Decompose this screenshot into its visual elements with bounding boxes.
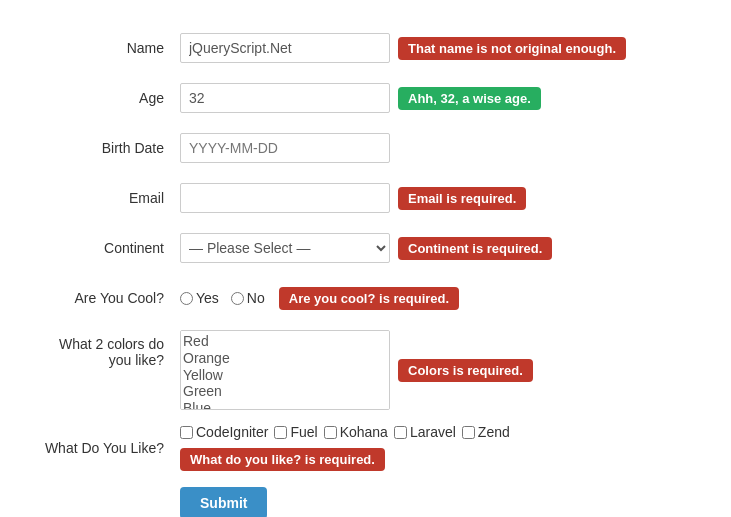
like-checkbox-group: CodeIgniter Fuel Kohana Laravel Zend — [180, 424, 510, 440]
like-codeigniter-label: CodeIgniter — [196, 424, 268, 440]
like-zend-checkbox[interactable] — [462, 426, 475, 439]
birthdate-label: Birth Date — [40, 140, 180, 156]
email-error-badge: Email is required. — [398, 187, 526, 210]
cool-label: Are You Cool? — [40, 290, 180, 306]
list-item[interactable]: Red — [183, 333, 387, 350]
name-field: That name is not original enough. — [180, 33, 626, 63]
name-error-badge: That name is not original enough. — [398, 37, 626, 60]
email-label: Email — [40, 190, 180, 206]
like-zend-item: Zend — [462, 424, 510, 440]
cool-field: Yes No Are you cool? is required. — [180, 287, 459, 310]
continent-select[interactable]: — Please Select — Africa Antarctica Asia… — [180, 233, 390, 263]
like-fuel-checkbox[interactable] — [274, 426, 287, 439]
like-laravel-item: Laravel — [394, 424, 456, 440]
submit-field: Submit — [180, 487, 267, 517]
age-row: Age Ahh, 32, a wise age. — [40, 80, 691, 116]
like-kohana-label: Kohana — [340, 424, 388, 440]
birthdate-field — [180, 133, 390, 163]
name-row: Name That name is not original enough. — [40, 30, 691, 66]
like-codeigniter-item: CodeIgniter — [180, 424, 268, 440]
like-laravel-checkbox[interactable] — [394, 426, 407, 439]
like-kohana-item: Kohana — [324, 424, 388, 440]
like-codeigniter-checkbox[interactable] — [180, 426, 193, 439]
like-label: What Do You Like? — [40, 440, 180, 456]
cool-yes-text: Yes — [196, 290, 219, 306]
like-error-badge: What do you like? is required. — [180, 448, 385, 471]
like-fuel-label: Fuel — [290, 424, 317, 440]
cool-error-badge: Are you cool? is required. — [279, 287, 459, 310]
cool-no-radio[interactable] — [231, 292, 244, 305]
like-zend-label: Zend — [478, 424, 510, 440]
like-row: What Do You Like? CodeIgniter Fuel Kohan… — [40, 424, 691, 471]
list-item[interactable]: Yellow — [183, 367, 387, 384]
birthdate-row: Birth Date — [40, 130, 691, 166]
continent-row: Continent — Please Select — Africa Antar… — [40, 230, 691, 266]
email-input[interactable] — [180, 183, 390, 213]
cool-no-label[interactable]: No — [231, 290, 265, 306]
like-fuel-item: Fuel — [274, 424, 317, 440]
list-item[interactable]: Orange — [183, 350, 387, 367]
continent-field: — Please Select — Africa Antarctica Asia… — [180, 233, 552, 263]
cool-yes-radio[interactable] — [180, 292, 193, 305]
cool-no-text: No — [247, 290, 265, 306]
colors-label: What 2 colors do you like? — [40, 330, 180, 368]
colors-row: What 2 colors do you like? Red Orange Ye… — [40, 330, 691, 410]
name-label: Name — [40, 40, 180, 56]
list-item[interactable]: Blue — [183, 400, 387, 410]
continent-label: Continent — [40, 240, 180, 256]
age-success-badge: Ahh, 32, a wise age. — [398, 87, 541, 110]
age-field: Ahh, 32, a wise age. — [180, 83, 541, 113]
like-field: CodeIgniter Fuel Kohana Laravel Zend — [180, 424, 691, 471]
form-container: Name That name is not original enough. A… — [20, 20, 711, 517]
email-field: Email is required. — [180, 183, 526, 213]
birthdate-input[interactable] — [180, 133, 390, 163]
colors-field: Red Orange Yellow Green Blue Purple Colo… — [180, 330, 533, 410]
colors-error-badge: Colors is required. — [398, 359, 533, 382]
like-laravel-label: Laravel — [410, 424, 456, 440]
submit-button[interactable]: Submit — [180, 487, 267, 517]
colors-listbox[interactable]: Red Orange Yellow Green Blue Purple — [180, 330, 390, 410]
continent-error-badge: Continent is required. — [398, 237, 552, 260]
name-input[interactable] — [180, 33, 390, 63]
age-label: Age — [40, 90, 180, 106]
submit-row: Submit — [40, 485, 691, 517]
cool-row: Are You Cool? Yes No Are you cool? is re… — [40, 280, 691, 316]
email-row: Email Email is required. — [40, 180, 691, 216]
like-kohana-checkbox[interactable] — [324, 426, 337, 439]
cool-radio-group: Yes No — [180, 290, 271, 306]
list-item[interactable]: Green — [183, 383, 387, 400]
cool-yes-label[interactable]: Yes — [180, 290, 219, 306]
age-input[interactable] — [180, 83, 390, 113]
